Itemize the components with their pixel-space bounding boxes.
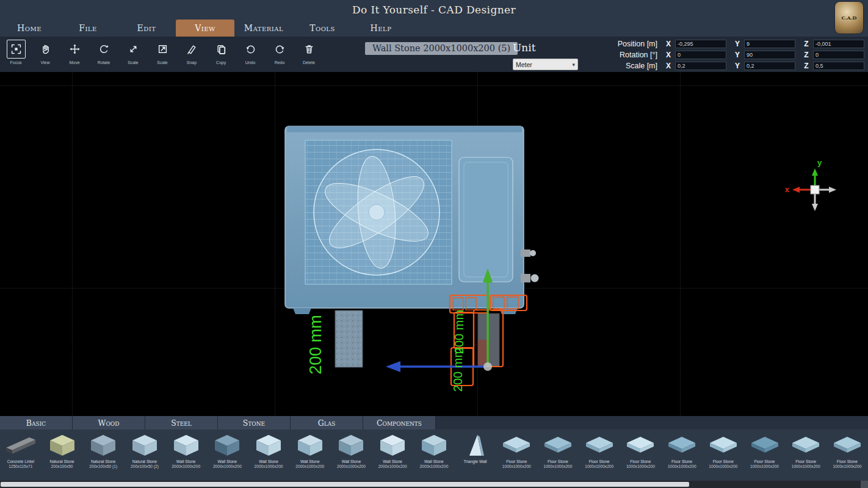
menu-home[interactable]: Home (0, 20, 59, 37)
material-palette: Concrete Lintel 1250x115x71 Natural Ston… (0, 429, 868, 481)
redo-button[interactable]: Redo (267, 40, 292, 65)
material-item[interactable]: Wall Stone 2000x1000x200 (331, 429, 372, 481)
rotation-label: Rotation [°] (589, 51, 657, 59)
material-size: 1000x1000x200 (502, 464, 531, 469)
material-name: Wall Stone (176, 459, 196, 464)
material-item[interactable]: Floor Stone 1000x1000x200 (826, 429, 868, 481)
position-x-input[interactable] (675, 40, 726, 48)
view-button[interactable]: View (33, 40, 57, 65)
menu-file[interactable]: File (59, 20, 117, 37)
material-item[interactable]: Wall Stone 2000x1000x200 (207, 429, 248, 481)
material-item[interactable]: Floor Stone 1000x1000x200 (744, 429, 786, 481)
unit-select-value: Meter (516, 61, 532, 68)
menu-help[interactable]: Help (352, 20, 410, 37)
scrollbar-thumb[interactable] (1, 482, 689, 487)
menu-edit[interactable]: Edit (117, 20, 176, 37)
material-category-tabs: Basic Wood Steel Stone Glas Components (0, 416, 868, 429)
material-item[interactable]: Natural Stone 200x100x50 (42, 429, 83, 481)
unit-select[interactable]: Meter ▾ (513, 59, 578, 70)
material-size: 2000x1000x200 (213, 464, 242, 469)
unit-label: Unit (513, 41, 536, 54)
material-size: 1000x1000x200 (626, 464, 655, 469)
rotate-button[interactable]: Rotate (92, 40, 116, 65)
material-thumb (169, 431, 203, 459)
scale-box-button[interactable]: Scale (150, 40, 175, 65)
material-thumb (128, 431, 162, 459)
scale-arrows-button[interactable]: Scale (121, 40, 145, 65)
snap-pen-icon (183, 40, 201, 59)
material-item[interactable]: Floor Stone 1000x1000x200 (661, 429, 703, 481)
scale-y-input[interactable] (744, 62, 795, 70)
material-item[interactable]: Wall Stone 2000x1000x200 (289, 429, 331, 481)
material-name: Wall Stone (259, 459, 278, 464)
axis-y-label: Y (734, 51, 741, 59)
material-size: 1000x1000x200 (585, 464, 613, 469)
material-item[interactable]: Natural Stone 200x100x50 (2) (124, 429, 165, 481)
material-item[interactable]: Floor Stone 1000x1000x200 (703, 429, 744, 481)
orientation-gizmo[interactable]: y x (785, 158, 836, 211)
tab-basic[interactable]: Basic (0, 416, 73, 429)
trash-icon (300, 40, 319, 59)
chevron-down-icon: ▾ (572, 62, 575, 68)
axis-x-label: X (665, 51, 672, 59)
tab-steel[interactable]: Steel (145, 416, 218, 429)
material-item[interactable]: Wall Stone 2000x1000x200 (413, 429, 455, 481)
copy-button[interactable]: Copy (209, 40, 233, 65)
undo-button[interactable]: Undo (238, 40, 262, 65)
tab-components[interactable]: Components (363, 416, 436, 429)
position-z-input[interactable] (813, 40, 864, 48)
scale-z-input[interactable] (813, 62, 864, 70)
material-thumb (789, 431, 823, 459)
material-thumb (665, 431, 699, 459)
material-item[interactable]: Floor Stone 1000x1000x200 (537, 429, 579, 481)
move-button[interactable]: Move (62, 40, 87, 65)
material-thumb (748, 431, 782, 459)
material-item[interactable]: Wall Stone 2000x1000x200 (248, 429, 289, 481)
scale-x-input[interactable] (675, 62, 726, 70)
position-y-input[interactable] (744, 40, 795, 48)
focus-button[interactable]: Focus (4, 40, 28, 65)
menu-material[interactable]: Material (234, 20, 293, 37)
redo-icon (270, 40, 289, 59)
menu-view[interactable]: View (176, 20, 234, 37)
tab-glas[interactable]: Glas (291, 416, 363, 429)
ac-unit-model[interactable] (285, 126, 539, 314)
material-item[interactable]: Wall Stone 2000x1000x200 (165, 429, 207, 481)
rotation-x-input[interactable] (675, 51, 726, 59)
material-item[interactable]: Natural Stone 200x100x50 (1) (82, 429, 124, 481)
viewport-3d[interactable]: 200 mm 200 mm 200 mm y x (0, 72, 868, 416)
material-size: 1250x115x71 (9, 464, 32, 469)
cad-designer-window: Do It Yourself - CAD Designer C.A.D Home… (0, 0, 868, 488)
material-size: 2000x1000x200 (419, 464, 448, 469)
material-name: Triangle Wall (464, 459, 487, 464)
snap-button[interactable]: Snap (179, 40, 204, 65)
material-thumb (623, 431, 657, 459)
scrollbar-end-button[interactable] (861, 481, 868, 488)
material-thumb (582, 431, 617, 459)
rotation-z-input[interactable] (813, 51, 864, 59)
material-item[interactable]: Floor Stone 1000x1000x200 (579, 429, 620, 481)
material-item[interactable]: Triangle Wall (455, 429, 496, 481)
tab-stone[interactable]: Stone (218, 416, 291, 429)
material-size: 2000x1000x200 (255, 464, 283, 469)
tab-wood[interactable]: Wood (73, 416, 145, 429)
delete-button[interactable]: Delete (297, 40, 321, 65)
rotation-y-input[interactable] (744, 51, 795, 59)
material-item[interactable]: Floor Stone 1000x1000x200 (620, 429, 662, 481)
stone-pedestal[interactable] (335, 310, 363, 367)
selected-object-label: Wall Stone 2000x1000x200 (5) (365, 42, 518, 55)
material-item[interactable]: Concrete Lintel 1250x115x71 (0, 429, 42, 481)
material-thumb (417, 431, 451, 459)
title-bar: Do It Yourself - CAD Designer (0, 0, 868, 20)
material-item[interactable]: Wall Stone 2000x1000x200 (372, 429, 413, 481)
axis-y-label: Y (734, 62, 741, 70)
material-item[interactable]: Floor Stone 1000x1000x200 (496, 429, 537, 481)
x-axis-arrow[interactable] (386, 361, 486, 372)
horizontal-scrollbar[interactable] (0, 481, 868, 488)
gizmo-origin-handle[interactable] (483, 362, 492, 371)
material-name: Wall Stone (342, 459, 361, 464)
material-item[interactable]: Floor Stone 1000x1000x200 (785, 429, 826, 481)
material-name: Floor Stone (713, 459, 734, 464)
scale-box-icon (153, 40, 172, 59)
menu-tools[interactable]: Tools (293, 20, 352, 37)
